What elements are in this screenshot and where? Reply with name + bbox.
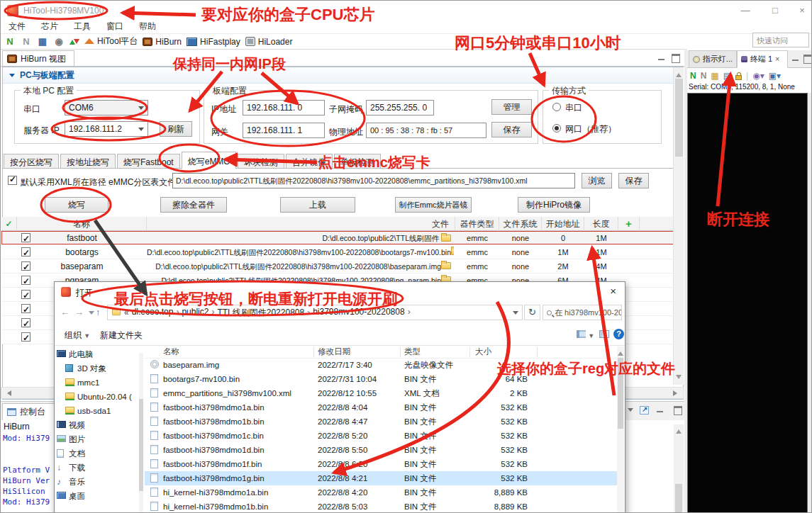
console-scrollbar[interactable] <box>674 424 684 513</box>
row-checkbox[interactable] <box>21 332 30 342</box>
row-checkbox[interactable] <box>21 290 30 299</box>
burn-tab[interactable]: 合并镜像 <box>286 154 333 169</box>
tab-hiburn-view[interactable]: HiBurn 视图 <box>2 50 74 67</box>
section-pc-board-config[interactable]: PC与板端配置 <box>3 67 683 84</box>
browse-button[interactable]: 浏览 <box>582 173 612 188</box>
toolbar-hitool-platform[interactable]: HiTool平台 <box>84 35 138 47</box>
file-row[interactable]: fastboot-hi3798mdmo1d.bin 2022/8/8 5:50 … <box>145 443 618 457</box>
file-row[interactable]: fastboot-hi3798mdmo1c.bin 2022/8/8 5:20 … <box>145 429 618 443</box>
upload-button[interactable]: 上载 <box>280 197 355 213</box>
organize-button[interactable]: 组织 ▼ <box>65 329 90 342</box>
terminal-connect-icon[interactable]: N <box>690 71 696 81</box>
make-emmc-image-button[interactable]: 制作Emmc烧片器镜像 <box>395 197 472 213</box>
export-log-icon[interactable] <box>640 406 649 415</box>
file-row[interactable]: fastboot-hi3798mdmo1f.bin 2022/8/8 6:20 … <box>145 457 618 471</box>
row-checkbox[interactable] <box>21 304 30 313</box>
partition-row[interactable]: bootargs D:\dl.ecoo.top\public2\TTL线刷固件2… <box>1 245 682 259</box>
sidebar-item[interactable]: 文档 <box>55 446 145 461</box>
refresh-button[interactable]: 刷新 <box>160 121 192 137</box>
scroll-right-icon[interactable] <box>673 390 680 396</box>
sidebar-item[interactable]: mmc1 <box>55 376 145 390</box>
col-filesystem[interactable]: 文件系统 <box>499 217 542 231</box>
toolbar-hiloader[interactable]: HiLoader <box>245 37 293 47</box>
minimize-icon[interactable]: — <box>735 4 755 18</box>
panel-minimize-icon[interactable] <box>657 53 667 62</box>
file-row[interactable]: fastboot-hi3798mdmo1a.bin 2022/8/8 4:04 … <box>145 400 618 415</box>
file-row[interactable]: hi_kernel-hi3798mdmo1b.bin 2022/8/8 5:03… <box>145 500 618 513</box>
col-name[interactable]: 名称 <box>17 217 147 231</box>
settings-icon[interactable]: ▦ <box>37 36 48 47</box>
file-row[interactable]: bootargs7-mv100.bin 2022/7/31 10:04 BIN … <box>145 372 618 386</box>
breadcrumb-caret-icon[interactable] <box>513 311 518 317</box>
lock-icon[interactable] <box>735 75 742 80</box>
menu-item[interactable]: 帮助 <box>131 21 164 33</box>
menu-item[interactable]: 工具 <box>66 21 99 33</box>
save-board-button[interactable]: 保存 <box>491 122 532 137</box>
subnet-mask-field[interactable]: 255.255.255. 0 <box>366 100 434 115</box>
search-input[interactable]: 在 hi3798mv100-2022080... <box>543 305 622 320</box>
nav-up-icon[interactable]: ↑ <box>96 305 101 320</box>
sidebar-item[interactable]: 图片 <box>55 432 145 446</box>
maximize-icon[interactable]: □ <box>765 4 785 18</box>
toolbar-hifastplay[interactable]: HiFastplay <box>187 37 240 47</box>
col-file[interactable]: 文件 <box>147 217 455 231</box>
plug-icon[interactable]: ◉ <box>53 36 65 47</box>
sidebar-item[interactable]: 视频 <box>55 418 145 432</box>
sidebar-item[interactable]: 音乐 <box>55 475 145 489</box>
make-hipro-image-button[interactable]: 制作HiPro镜像 <box>518 197 590 213</box>
scroll-thumb[interactable] <box>675 79 683 157</box>
menu-item[interactable]: 文件 <box>1 21 33 33</box>
partition-row[interactable]: fastboot D:\dl.ecoo.top\public2\TTL线刷固件 … <box>1 231 682 245</box>
col-start-address[interactable]: 开始地址 <box>542 217 584 231</box>
transfer-arrows-icon[interactable] <box>69 36 79 47</box>
terminal-minimize-icon[interactable] <box>791 54 801 63</box>
sidebar-item[interactable]: 下载 <box>55 461 145 475</box>
row-checkbox[interactable] <box>21 318 30 327</box>
terminal-scrollbar[interactable] <box>808 93 812 513</box>
file-list-scrollbar[interactable] <box>617 346 624 513</box>
burn-tab[interactable]: 烧写Fastboot <box>117 154 180 169</box>
console-scroll-thumb[interactable] <box>675 484 682 512</box>
browse-file-icon[interactable] <box>451 248 454 255</box>
settings-table-icon[interactable]: ▦ <box>711 71 718 81</box>
sidebar-scrollbar[interactable] <box>139 353 143 513</box>
breadcrumb[interactable]: « dl.ecoo.toppublic2TTL线刷固件20220808hi379… <box>107 305 523 320</box>
console-scroll-up-icon[interactable] <box>676 427 682 434</box>
menu-item[interactable]: 窗口 <box>99 21 131 33</box>
new-terminal-icon[interactable]: ◉▾ <box>752 71 764 81</box>
breadcrumb-item[interactable]: dl.ecoo.top <box>132 307 182 319</box>
breadcrumb-item[interactable]: hi3798mv100-20220808 <box>313 307 413 319</box>
file-row[interactable]: hi_kernel-hi3798mdmo1a.bin 2022/8/8 4:20… <box>145 485 618 500</box>
view-mode-icon[interactable]: ▼ <box>577 330 594 340</box>
burn-tab[interactable]: 按分区烧写 <box>4 154 59 169</box>
tab-indicator-lights[interactable]: 指示灯... <box>689 50 737 68</box>
browse-file-icon[interactable] <box>441 262 451 269</box>
tab-terminal-1[interactable]: 终端 1 × <box>737 50 788 68</box>
console-minimize-icon[interactable] <box>655 405 666 415</box>
gateway-field[interactable]: 192.168.111. 1 <box>243 123 325 138</box>
manage-button[interactable]: 管理 <box>491 99 532 115</box>
close-tab-icon[interactable]: × <box>775 55 779 63</box>
file-row[interactable]: fastboot-hi3798mdmo1b.bin 2022/8/8 4:47 … <box>145 415 618 429</box>
columns-icon[interactable]: ▤ <box>723 71 731 81</box>
scroll-down-icon[interactable] <box>676 375 682 382</box>
row-checkbox[interactable] <box>21 276 30 285</box>
scroll-up-icon[interactable] <box>676 70 682 77</box>
nav-forward-icon[interactable]: → <box>74 305 84 320</box>
nav-back-icon[interactable]: ← <box>60 305 69 320</box>
sidebar-item[interactable]: 3D 对象 <box>55 361 145 376</box>
row-checkbox[interactable] <box>21 247 30 256</box>
radio-network[interactable] <box>552 124 561 133</box>
refresh-icon[interactable]: ↻ <box>524 305 540 320</box>
help-icon[interactable]: ? <box>613 329 624 339</box>
file-row[interactable]: emmc_partitions_hi3798mv100.xml 2022/8/1… <box>145 386 618 400</box>
burn-button[interactable]: 烧写 <box>45 197 109 213</box>
col-file-size[interactable]: 大小 <box>475 346 491 359</box>
row-checkbox[interactable] <box>21 233 30 242</box>
breadcrumb-item[interactable]: public2 <box>182 307 217 319</box>
breadcrumb-item[interactable]: TTL线刷固件20220808 <box>217 307 313 319</box>
terminal-disconnect-icon[interactable]: N <box>701 71 707 81</box>
terminal-maximize-icon[interactable] <box>802 54 812 63</box>
nav-history-caret-icon[interactable] <box>89 311 94 317</box>
col-date-modified[interactable]: 修改日期 <box>318 346 350 359</box>
